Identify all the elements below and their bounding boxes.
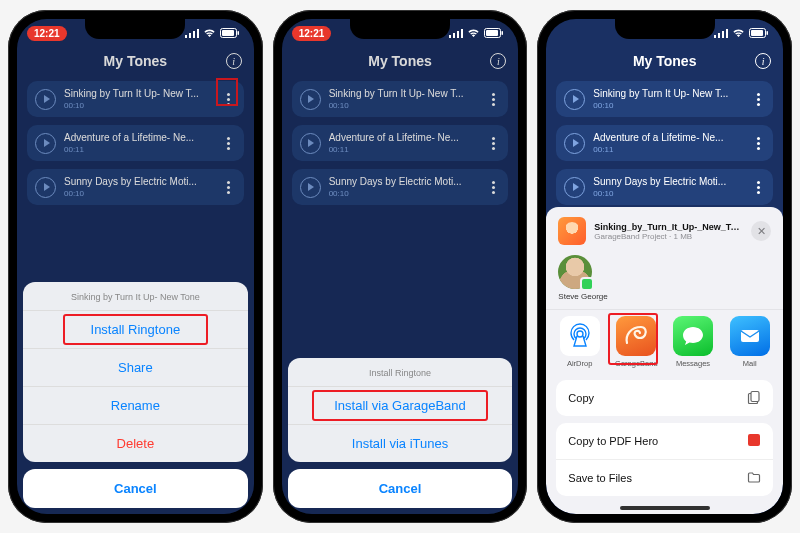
cancel-button[interactable]: Cancel	[23, 469, 248, 508]
app-mail[interactable]: Mail	[728, 316, 771, 368]
app-label: Messages	[676, 359, 710, 368]
tones-list: Sinking by Turn It Up- New T...00:10 Adv…	[546, 75, 783, 211]
tone-title: Adventure of a Lifetime- Ne...	[593, 132, 743, 143]
delete-button[interactable]: Delete	[23, 424, 248, 462]
option-label: Install Ringtone	[91, 322, 181, 337]
app-label: Mail	[743, 359, 757, 368]
share-button[interactable]: Share	[23, 348, 248, 386]
tone-duration: 00:10	[593, 101, 743, 110]
time-pill: 12:21	[27, 26, 67, 41]
notch	[615, 19, 715, 39]
sheet-card: Sinking by Turn It Up- New Tone Install …	[23, 282, 248, 462]
svg-rect-7	[751, 30, 763, 36]
more-icon[interactable]	[751, 181, 765, 194]
svg-point-9	[577, 331, 583, 337]
tone-duration: 00:10	[593, 189, 743, 198]
phone-frame-1: 12:21 My Tones i Sinking by Turn It Up- …	[8, 10, 263, 523]
avatar-wrap	[558, 255, 592, 289]
more-icon[interactable]	[751, 137, 765, 150]
action-sheet: Install Ringtone Install via GarageBand …	[288, 358, 513, 508]
sheet-title: Install Ringtone	[288, 358, 513, 386]
more-icon[interactable]	[751, 93, 765, 106]
play-icon[interactable]	[564, 177, 585, 198]
signal-icon	[185, 29, 199, 38]
file-thumb-icon	[558, 217, 586, 245]
action-label: Copy	[568, 392, 594, 404]
tone-item[interactable]: Adventure of a Lifetime- Ne...00:11	[556, 125, 773, 161]
install-itunes-button[interactable]: Install via iTunes	[288, 424, 513, 462]
svg-rect-8	[767, 31, 769, 35]
close-icon[interactable]: ✕	[751, 221, 771, 241]
app-label: GarageBand	[615, 359, 658, 368]
wifi-icon	[203, 28, 216, 38]
notch	[85, 19, 185, 39]
svg-rect-4	[486, 30, 498, 36]
messages-icon	[673, 316, 713, 356]
info-icon[interactable]: i	[755, 53, 771, 69]
phone-frame-2: 12:21 My Tones i Sinking by Turn It Up- …	[273, 10, 528, 523]
contact-row[interactable]: Steve George	[546, 253, 783, 309]
svg-rect-11	[751, 392, 759, 402]
wifi-icon	[467, 28, 480, 38]
play-icon[interactable]	[564, 89, 585, 110]
screen-header: My Tones i	[546, 47, 783, 75]
app-garageband[interactable]: GarageBand	[615, 316, 658, 368]
phone-frame-3: My Tones i Sinking by Turn It Up- New T.…	[537, 10, 792, 523]
tone-item[interactable]: Sinking by Turn It Up- New T...00:10	[556, 81, 773, 117]
pdf-hero-icon	[747, 433, 761, 449]
screen-1: 12:21 My Tones i Sinking by Turn It Up- …	[17, 19, 254, 514]
sheet-card: Install Ringtone Install via GarageBand …	[288, 358, 513, 462]
wifi-icon	[732, 28, 745, 38]
mail-icon	[730, 316, 770, 356]
app-messages[interactable]: Messages	[672, 316, 715, 368]
install-ringtone-button[interactable]: Install Ringtone	[23, 310, 248, 348]
whatsapp-badge-icon	[580, 277, 594, 291]
install-garageband-button[interactable]: Install via GarageBand	[288, 386, 513, 424]
action-list: Copy Copy to PDF Hero Save to Files	[546, 380, 783, 506]
folder-icon	[747, 470, 761, 486]
svg-rect-5	[502, 31, 504, 35]
save-to-files-button[interactable]: Save to Files	[556, 459, 773, 496]
apps-row: AirDrop GarageBand Messages	[546, 309, 783, 380]
cancel-button[interactable]: Cancel	[288, 469, 513, 508]
play-icon[interactable]	[564, 133, 585, 154]
airdrop-icon	[560, 316, 600, 356]
status-icons	[449, 28, 504, 38]
copy-pdf-hero-button[interactable]: Copy to PDF Hero	[556, 423, 773, 459]
file-name: Sinking_by_Turn_It_Up-_New_Tone	[594, 222, 743, 232]
status-icons	[714, 28, 769, 38]
battery-icon	[484, 28, 504, 38]
svg-rect-12	[748, 434, 760, 446]
share-header: Sinking_by_Turn_It_Up-_New_Tone GarageBa…	[546, 207, 783, 253]
share-sheet: Sinking_by_Turn_It_Up-_New_Tone GarageBa…	[546, 207, 783, 514]
tone-title: Sunny Days by Electric Moti...	[593, 176, 743, 187]
app-airdrop[interactable]: AirDrop	[558, 316, 601, 368]
status-icons	[185, 28, 240, 38]
file-meta: Sinking_by_Turn_It_Up-_New_Tone GarageBa…	[594, 222, 743, 241]
svg-rect-2	[237, 31, 239, 35]
svg-rect-1	[222, 30, 234, 36]
time-pill: 12:21	[292, 26, 332, 41]
contact-name: Steve George	[558, 292, 771, 301]
copy-button[interactable]: Copy	[556, 380, 773, 416]
file-subtitle: GarageBand Project · 1 MB	[594, 232, 743, 241]
option-label: Install via GarageBand	[334, 398, 466, 413]
rename-button[interactable]: Rename	[23, 386, 248, 424]
app-label: AirDrop	[567, 359, 592, 368]
tone-title: Sinking by Turn It Up- New T...	[593, 88, 743, 99]
action-sheet: Sinking by Turn It Up- New Tone Install …	[23, 282, 248, 508]
battery-icon	[220, 28, 240, 38]
copy-icon	[747, 390, 761, 406]
garageband-icon	[616, 316, 656, 356]
screen-3: My Tones i Sinking by Turn It Up- New T.…	[546, 19, 783, 514]
action-label: Copy to PDF Hero	[568, 435, 658, 447]
signal-icon	[449, 29, 463, 38]
page-title: My Tones	[633, 53, 697, 69]
sheet-title: Sinking by Turn It Up- New Tone	[23, 282, 248, 310]
tone-duration: 00:11	[593, 145, 743, 154]
notch	[350, 19, 450, 39]
tone-item[interactable]: Sunny Days by Electric Moti...00:10	[556, 169, 773, 205]
signal-icon	[714, 29, 728, 38]
action-label: Save to Files	[568, 472, 632, 484]
home-indicator[interactable]	[620, 506, 710, 510]
